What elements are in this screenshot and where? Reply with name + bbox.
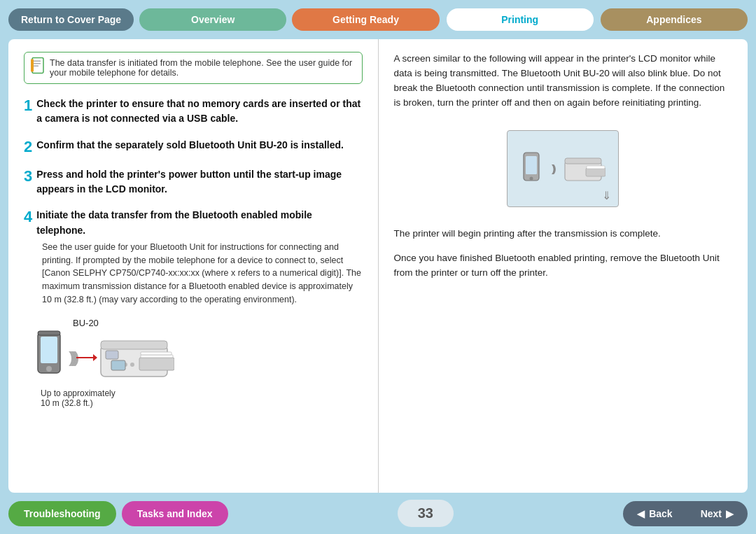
next-button[interactable]: Next ▶ — [687, 501, 748, 526]
svg-rect-13 — [139, 358, 174, 370]
back-arrow-icon: ◀ — [637, 508, 645, 519]
note-box: The data transfer is initiated from the … — [24, 52, 363, 84]
lcd-phone-icon — [521, 151, 542, 186]
right-para-1: A screen similar to the following will a… — [394, 52, 733, 111]
svg-point-7 — [46, 366, 52, 372]
svg-rect-17 — [106, 351, 118, 359]
lcd-monitor-illustration: )))) ⇓ — [507, 130, 619, 207]
bt-image-area: ))))))) — [31, 330, 174, 386]
svg-rect-9 — [38, 331, 60, 335]
back-next-controls: ◀ Back Next ▶ — [623, 501, 748, 526]
svg-rect-27 — [565, 158, 601, 164]
step-1-heading: Check the printer to ensure that no memo… — [36, 98, 360, 124]
troubleshooting-button[interactable]: Troubleshooting — [8, 501, 116, 526]
svg-rect-1 — [34, 61, 41, 62]
step-4-number: 4 — [24, 208, 32, 226]
bt-caption: Up to approximately 10 m (32.8 ft.) — [41, 388, 115, 408]
main-content: The data transfer is initiated from the … — [8, 39, 748, 493]
overview-button[interactable]: Overview — [139, 8, 286, 31]
svg-rect-15 — [141, 352, 172, 355]
svg-rect-2 — [34, 63, 41, 64]
getting-ready-button[interactable]: Getting Ready — [292, 8, 439, 31]
step-1-number: 1 — [24, 97, 32, 115]
right-para-3: Once you have finished Bluetooth enabled… — [394, 251, 733, 281]
next-arrow-icon: ▶ — [726, 508, 734, 519]
printer-icon — [97, 331, 174, 384]
svg-point-19 — [130, 363, 134, 367]
bottom-navigation: Troubleshooting Tasks and Index 33 ◀ Bac… — [0, 493, 756, 534]
printing-button[interactable]: Printing — [445, 7, 595, 32]
top-navigation: Return to Cover Page Overview Getting Re… — [0, 0, 756, 39]
svg-rect-26 — [587, 166, 605, 169]
step-3: 3 Press and hold the printer's power but… — [24, 167, 363, 197]
back-button[interactable]: ◀ Back — [623, 501, 686, 526]
note-icon — [30, 57, 46, 79]
svg-rect-16 — [101, 341, 167, 349]
svg-rect-6 — [41, 337, 57, 363]
step-4: 4 Initiate the data transfer from the Bl… — [24, 208, 363, 306]
svg-rect-25 — [586, 168, 606, 176]
step-1: 1 Check the printer to ensure that no me… — [24, 97, 363, 127]
step-3-heading: Press and hold the printer's power butto… — [36, 169, 342, 195]
step-3-number: 3 — [24, 167, 32, 185]
next-label: Next — [701, 508, 722, 519]
svg-rect-22 — [526, 156, 537, 174]
phone-icon — [31, 330, 67, 386]
step-2-heading: Confirm that the separately sold Bluetoo… — [36, 139, 344, 150]
bu-label: BU-20 — [73, 318, 99, 328]
step-2-number: 2 — [24, 138, 32, 156]
step-4-detail: See the user guide for your Bluetooth Un… — [42, 241, 363, 307]
bluetooth-diagram: BU-20 ))))))) — [24, 318, 363, 408]
svg-rect-20 — [111, 360, 125, 370]
right-panel: A screen similar to the following will a… — [379, 39, 748, 493]
step-2: 2 Confirm that the separately sold Bluet… — [24, 138, 363, 156]
svg-point-23 — [529, 176, 533, 180]
arrow-icon — [76, 351, 97, 365]
lcd-printer-icon — [564, 153, 606, 184]
page-number: 33 — [398, 500, 454, 527]
svg-rect-4 — [31, 59, 34, 72]
back-label: Back — [649, 508, 672, 519]
tasks-index-button[interactable]: Tasks and Index — [122, 501, 228, 526]
right-para-2: The printer will begin printing after th… — [394, 227, 733, 241]
note-text: The data transfer is initiated from the … — [50, 58, 352, 78]
svg-rect-3 — [34, 66, 38, 67]
left-panel: The data transfer is initiated from the … — [8, 39, 379, 493]
step-4-heading: Initiate the data transfer from the Blue… — [36, 209, 312, 235]
appendices-button[interactable]: Appendices — [601, 8, 748, 31]
return-to-cover-button[interactable]: Return to Cover Page — [8, 8, 134, 31]
svg-rect-14 — [141, 355, 173, 358]
signal-waves-icon: ))))))) — [69, 349, 75, 367]
